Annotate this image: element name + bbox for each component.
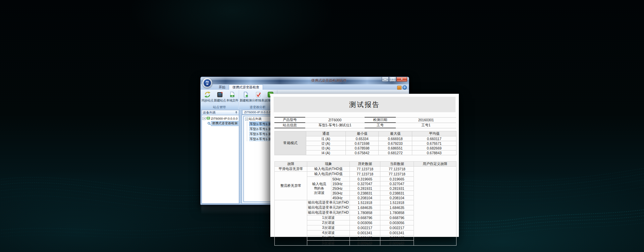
- cell: 0.678598: [346, 146, 379, 151]
- tab-start[interactable]: 开始: [215, 85, 229, 90]
- fault-group-label: 整流桥无异常: [275, 172, 307, 200]
- cell: 0.001341: [350, 230, 380, 236]
- cell: 2次谐波: [307, 220, 350, 225]
- new-site-button[interactable]: 新建站点: [214, 91, 226, 102]
- cell: 0.671598: [346, 141, 379, 146]
- site-list-root-label: 站点列表: [249, 117, 262, 121]
- logo-line1: PA: [206, 81, 209, 83]
- help-icon[interactable]: ?: [402, 85, 407, 90]
- device-list-header: 设备列表: [202, 110, 239, 115]
- analysis-report-button[interactable]: 分析报表: [252, 91, 264, 102]
- doc-plus-icon: [242, 91, 249, 98]
- cell: 3次谐波: [307, 225, 350, 230]
- column-header: 平均值: [412, 131, 457, 136]
- cell: 0.686551: [379, 146, 412, 151]
- cell: 0.682669: [412, 146, 457, 151]
- cell: 0.003056: [350, 220, 380, 225]
- magnifier-icon: [207, 122, 211, 125]
- normal-mode-table: 常规模式 通道 最小值 最大值 平均值 I1 (A) 0.65334 0.666…: [274, 131, 457, 155]
- cell: 输出电流逆变单元2的THD: [307, 205, 350, 210]
- sync-icon: [204, 91, 211, 98]
- cell: 4次谐波: [307, 230, 350, 236]
- fft-harmonics-label: 输入电流 fft的各 次谐波: [307, 177, 331, 200]
- device-child-label: 便携式逆变器检测: [211, 121, 238, 126]
- device-root-label: ZIT6000-IP:0.0.0.0: [210, 117, 238, 120]
- ribbon-group-site-management: 同步站点 新建站点: [201, 90, 239, 109]
- collapse-icon[interactable]: [203, 117, 206, 120]
- cell: 0.003465: [350, 236, 380, 241]
- cell: 0.003465: [380, 236, 414, 241]
- cell: 0.238831: [380, 191, 414, 196]
- cell: 输出电流逆变单元1的THD: [307, 200, 350, 205]
- cell: 输出电流逆变单元3的THD: [307, 210, 350, 215]
- fault-group-label: 平滑电容无异常: [275, 167, 307, 172]
- new-detection-button[interactable]: 新建检测: [239, 91, 252, 102]
- cell: 0.675842: [346, 151, 379, 155]
- cell: I3 (A): [306, 146, 346, 151]
- cell: 5次谐波: [307, 236, 350, 241]
- ribbon-buttons: 同步站点 新建站点: [201, 90, 239, 102]
- collapse-icon[interactable]: [245, 118, 248, 121]
- titlebar[interactable]: 便携式逆变器检测软件: [201, 77, 409, 84]
- cell: 0.001341: [380, 230, 414, 236]
- cell: 0.281931: [350, 186, 380, 191]
- cell: 6次谐波: [307, 241, 350, 246]
- manual-book-icon[interactable]: [397, 86, 401, 90]
- cell: 0.666918: [379, 136, 412, 141]
- cell: 77.123718: [350, 167, 380, 172]
- sync-site-button[interactable]: 同步站点: [201, 91, 214, 102]
- cell: 0.660117: [412, 136, 457, 141]
- report-title: 测试报告: [274, 97, 455, 112]
- local-file-button[interactable]: 本地文件: [226, 91, 238, 102]
- device-tree: ZIT6000-IP:0.0.0.0 便携式逆变器检测: [202, 115, 239, 204]
- table-header-row: 故障 现象 历史数据 当前数据 用户自定义故障: [275, 162, 457, 167]
- cell: 0.208104: [350, 196, 380, 200]
- logo-line2: M: [206, 83, 208, 85]
- tab-inverter-check[interactable]: 便携式逆变器检查: [229, 84, 263, 90]
- button-label: 新建站点: [214, 98, 226, 102]
- server-icon: [216, 91, 223, 98]
- app-logo-monogram: PA M: [204, 79, 211, 87]
- pin-icon[interactable]: [235, 111, 238, 114]
- close-icon: x: [401, 78, 402, 81]
- cell: 0.327047: [350, 181, 380, 186]
- cell: 0.681272: [379, 151, 412, 155]
- window-title: 便携式逆变器检测软件: [311, 78, 346, 83]
- report-check-icon: [255, 91, 262, 98]
- group-caption-site-management: 站点管理: [201, 105, 238, 109]
- desktop-background: 便携式逆变器检测软件 x PA M 开始 便携式逆变器检查 ?: [0, 0, 644, 252]
- info-label: 工号: [365, 123, 396, 128]
- cell: 0.002217: [380, 225, 414, 230]
- app-logo[interactable]: PA M: [202, 78, 212, 88]
- fault-table: 故障 现象 历史数据 当前数据 用户自定义故障 平滑电容无异常 输入电流的THD…: [274, 161, 457, 246]
- cell: 50Hz: [331, 177, 350, 181]
- close-button[interactable]: x: [396, 77, 407, 82]
- cell: I1 (A): [306, 136, 346, 141]
- device-list-panel: 设备列表 ZIT6000-IP:0.0.0.0: [202, 110, 239, 204]
- info-value: 工号1: [396, 123, 456, 128]
- fft-label-line: fft的各: [307, 186, 331, 191]
- cell: 450Hz: [331, 196, 350, 200]
- info-value: 车型1-车号1-测试位1: [305, 123, 365, 128]
- cell: 0.000623: [350, 241, 380, 246]
- cell: 250Hz: [331, 186, 350, 191]
- column-header: 当前数据: [380, 162, 414, 167]
- info-label: 站点信息: [274, 123, 305, 128]
- cell: 150Hz: [331, 181, 350, 186]
- panel-splitter[interactable]: [239, 109, 241, 204]
- minimize-button[interactable]: [382, 77, 389, 82]
- info-value: 20160301: [396, 117, 456, 123]
- maximize-button[interactable]: [389, 77, 396, 82]
- cell: 0.65334: [346, 136, 379, 141]
- cell: 350Hz: [331, 191, 350, 196]
- tree-node-root[interactable]: ZIT6000-IP:0.0.0.0: [202, 116, 239, 120]
- cell: I4 (A): [306, 151, 346, 155]
- user-defined-fault-cell: [414, 167, 457, 246]
- cell: 1.684635: [350, 205, 380, 210]
- window-controls: x: [382, 77, 407, 82]
- cell: 1.684635: [380, 205, 414, 210]
- cell: 0.281931: [380, 186, 414, 191]
- button-label: 本地文件: [226, 98, 238, 102]
- tree-node-detection[interactable]: 便携式逆变器检测: [207, 121, 239, 125]
- cell: 77.123718: [380, 172, 414, 177]
